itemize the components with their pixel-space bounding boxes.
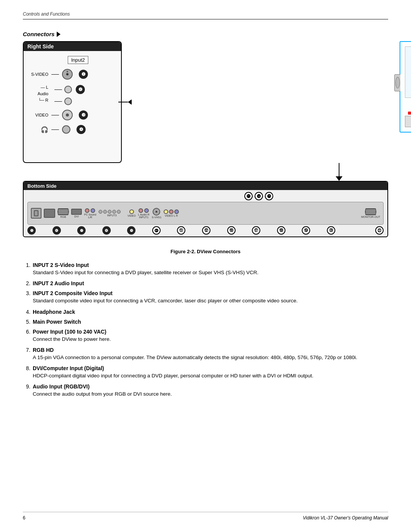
headphone-label: 🎧	[27, 126, 48, 133]
svideo-port	[62, 69, 73, 80]
arrow-right-icon	[57, 32, 61, 37]
headphone-port	[62, 125, 70, 134]
audio-lr-label: L Audio RINPUT1	[138, 213, 150, 219]
video-lr-port: VIDEO L R	[164, 209, 179, 217]
desc-num-7: 7.	[23, 347, 30, 361]
desc-item-6: 6. Power Input (100 to 240 VAC) Connect …	[23, 329, 388, 343]
diagrams-area: Right Side Input2 S-VIDEO	[23, 41, 388, 245]
desc-item-9: 9. Audio Input (RGB/DVI) Connect the aud…	[23, 383, 388, 398]
desc-text-3: Standard composite video input for conne…	[33, 297, 388, 305]
desc-text-9: Connect the audio output from your RGB o…	[33, 390, 388, 398]
badge-12: ⑫	[202, 226, 210, 235]
desc-num-4: 4.	[23, 309, 30, 315]
tv-left-bump	[394, 74, 400, 91]
corner-dot-1	[408, 112, 411, 115]
connectors-label: Connectors	[23, 31, 388, 37]
svhs1-port: S-VHS1	[152, 208, 161, 219]
desc-content-6: Power Input (100 to 240 VAC) Connect the…	[33, 329, 388, 343]
descriptions: 1. INPUT 2 S-Video Input Standard S-Vide…	[23, 262, 388, 398]
desc-item-3: 3. INPUT 2 Composite Video Input Standar…	[23, 290, 388, 305]
manual-title: Vidikron VL-37 Owner's Operating Manual	[303, 515, 388, 521]
input3-label: INPUT3	[107, 214, 116, 217]
svideo-line	[51, 74, 59, 75]
badge-10: ⓾	[152, 226, 161, 235]
dvi-label: DVI	[74, 215, 79, 218]
tv-bottom-bar	[405, 116, 411, 127]
desc-text-8: HDCP-compliant digital video input for c…	[33, 372, 388, 380]
desc-num-9: 9.	[23, 383, 30, 398]
svideo-row: S-VIDEO ❶	[27, 69, 117, 80]
page: Controls and Functions Connectors Right …	[0, 0, 411, 532]
desc-title-7: RGB HD	[33, 347, 54, 353]
desc-title-6: Power Input (100 to 240 VAC)	[33, 329, 106, 335]
headphone-line	[51, 129, 59, 130]
input3-port: INPUT3	[99, 210, 125, 217]
right-side-panel: Right Side Input2 S-VIDEO	[23, 41, 122, 163]
badge-21: ㉑	[375, 226, 384, 235]
badge-20: ⑳	[327, 226, 335, 235]
tv-screen	[405, 46, 411, 98]
desc-title-4: Headphone Jack	[33, 309, 75, 315]
connectors-text: Connectors	[23, 31, 54, 37]
vert-arrowhead	[336, 176, 342, 181]
desc-num-3: 3.	[23, 290, 30, 305]
badge-6: ❻	[53, 226, 61, 235]
desc-num-8: 8.	[23, 365, 30, 380]
audio-r-line	[54, 101, 62, 102]
desc-item-5: 5. Main Power Switch	[23, 319, 388, 325]
audio-row: — L Audio └─ R ❷	[27, 85, 117, 105]
desc-content-7: RGB HD A 15-pin VGA connection to a pers…	[33, 347, 388, 361]
desc-list: 1. INPUT 2 S-Video Input Standard S-Vide…	[23, 262, 388, 398]
desc-num-2: 2.	[23, 280, 30, 286]
connectors-section: Connectors Right Side Input2	[23, 31, 388, 249]
pc-sound-l	[85, 208, 89, 213]
bottom-side-title: Bottom Side	[27, 183, 57, 189]
headphone-row: 🎧 ❹	[27, 125, 117, 134]
badge-18: ⑱	[277, 226, 285, 235]
badge-14: ⓮	[255, 192, 263, 200]
svhs1-svideo	[153, 208, 160, 216]
badge-11: ⑪	[177, 226, 185, 235]
svhs1-label: S-VHS1	[152, 216, 161, 219]
arrow-connector	[23, 163, 388, 181]
desc-item-4: 4. Headphone Jack	[23, 309, 388, 315]
monitor-out-port: MONITOR-OUT	[361, 208, 380, 218]
desc-content-1: INPUT 2 S-Video Input Standard S-Video i…	[33, 262, 388, 276]
desc-content-2: INPUT 2 Audio Input	[33, 280, 388, 286]
right-side-title: Right Side	[24, 42, 121, 51]
pc-sound-r	[91, 208, 95, 213]
desc-title-3: INPUT 2 Composite Video Input	[33, 290, 113, 296]
bottom-side-panel: Bottom Side ⓭ ⓮ ⓯	[23, 181, 388, 237]
badge-8: ❽	[102, 226, 111, 235]
badge-16: ⑯	[227, 226, 236, 235]
desc-num-1: 1.	[23, 262, 30, 276]
tv-diagram	[400, 41, 411, 133]
audio-r-bottom	[144, 208, 149, 213]
pc-sound-port: PC SoundL/R	[84, 208, 96, 219]
top-numbers: ⓭ ⓮ ⓯	[27, 192, 384, 200]
audio-l-port	[64, 86, 72, 93]
rgb-hd-port: RGB	[57, 208, 69, 218]
audio-l-line	[54, 89, 62, 90]
desc-title-8: DVI/Computer Input (Digital)	[33, 365, 104, 371]
input2-label: Input2	[68, 56, 88, 64]
desc-item-8: 8. DVI/Computer Input (Digital) HDCP-com…	[23, 365, 388, 380]
connector-rows: S-VIDEO ❶ — L	[24, 67, 121, 140]
audio-lr-port: L Audio RINPUT1	[138, 208, 150, 219]
desc-text-7: A 15-pin VGA connection to a personal co…	[33, 354, 388, 361]
page-number: 6	[23, 515, 25, 521]
video-lr-label: VIDEO L R	[165, 214, 178, 217]
footer: 6 Vidikron VL-37 Owner's Operating Manua…	[23, 512, 388, 521]
desc-text-1: Standard S-Video input for connecting a …	[33, 269, 388, 276]
figure-caption: Figure 2-2. DView Connectors	[23, 249, 388, 254]
badge-19: ⑲	[302, 226, 310, 235]
video-bottom-label: VIDEO	[127, 214, 136, 217]
desc-title-5: Main Power Switch	[33, 319, 81, 325]
video-lr-rca	[164, 209, 168, 214]
desc-content-3: INPUT 2 Composite Video Input Standard c…	[33, 290, 388, 305]
desc-item-7: 7. RGB HD A 15-pin VGA connection to a p…	[23, 347, 388, 361]
badge-9: ❾	[127, 226, 135, 235]
desc-title-2: INPUT 2 Audio Input	[33, 280, 84, 286]
rgb-label: RGB	[60, 216, 66, 218]
badge-4: ❹	[76, 125, 86, 134]
